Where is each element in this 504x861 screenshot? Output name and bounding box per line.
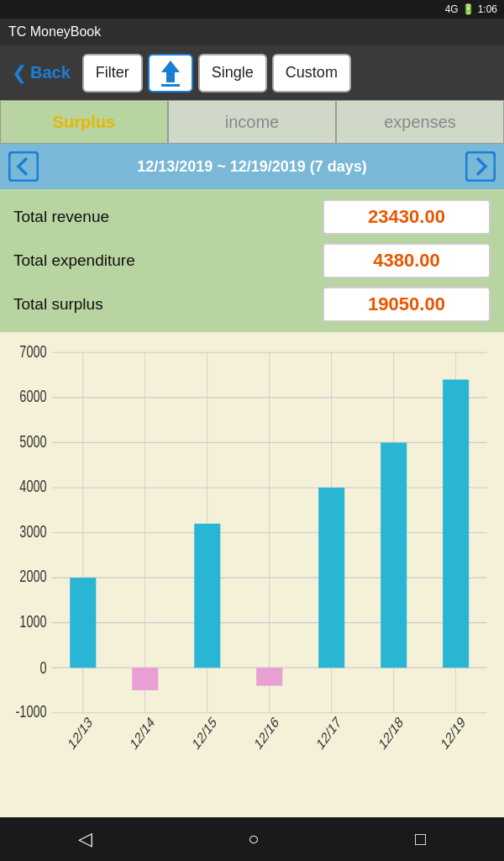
y-label-2000: 2000 <box>19 567 46 586</box>
date-nav: 12/13/2019 ~ 12/19/2019 (7 days) <box>0 144 504 189</box>
left-arrow-icon <box>8 151 39 182</box>
bar-1219 <box>443 379 469 668</box>
x-label-1217: 12/17 <box>314 713 343 753</box>
svg-rect-1 <box>161 84 180 87</box>
chart-area: .grid-line { stroke: #ccc; stroke-width:… <box>0 332 504 817</box>
y-label-0: 0 <box>40 658 47 677</box>
expenditure-row: Total expenditure 4380.00 <box>13 243 491 278</box>
y-label-7000: 7000 <box>19 342 46 362</box>
tab-income[interactable]: income <box>168 100 336 144</box>
x-label-1216: 12/16 <box>252 713 281 753</box>
svg-rect-3 <box>466 152 495 181</box>
surplus-value: 19050.00 <box>323 287 491 322</box>
x-label-1213: 12/13 <box>66 713 94 753</box>
android-recents-button[interactable]: □ <box>415 828 426 850</box>
tab-surplus[interactable]: Surplus <box>0 100 168 144</box>
time-display: 1:06 <box>478 3 497 15</box>
filter-button[interactable]: Filter <box>82 54 143 92</box>
y-label-1000: 1000 <box>19 612 46 631</box>
x-label-1218: 12/18 <box>376 713 405 753</box>
back-chevron-icon: ❮ <box>12 62 27 84</box>
x-label-1214: 12/14 <box>128 713 156 753</box>
revenue-value: 23430.00 <box>323 199 491 235</box>
svg-rect-2 <box>9 152 38 181</box>
y-label-6000: 6000 <box>19 387 46 406</box>
upload-button[interactable] <box>148 54 193 92</box>
custom-button[interactable]: Custom <box>272 54 351 92</box>
single-button[interactable]: Single <box>198 54 267 92</box>
app-title: TC MoneyBook <box>8 24 101 40</box>
tab-expenses[interactable]: expenses <box>336 100 504 144</box>
network-indicator: 4G <box>445 3 459 15</box>
y-label-3000: 3000 <box>19 522 46 541</box>
title-bar: TC MoneyBook <box>0 18 504 45</box>
svg-marker-0 <box>161 61 180 82</box>
bar-1216 <box>256 668 282 685</box>
tab-bar: Surplus income expenses <box>0 100 504 144</box>
bar-1215 <box>194 524 220 668</box>
bar-1213 <box>70 578 96 668</box>
back-label: Back <box>30 63 71 82</box>
y-label-4000: 4000 <box>19 477 46 496</box>
summary-section: Total revenue 23430.00 Total expenditure… <box>0 189 504 332</box>
y-label-neg1000: -1000 <box>16 702 47 721</box>
expenditure-value: 4380.00 <box>323 243 491 278</box>
android-back-button[interactable]: ◁ <box>78 828 92 850</box>
revenue-row: Total revenue 23430.00 <box>13 199 491 235</box>
upload-icon <box>158 59 183 87</box>
y-label-5000: 5000 <box>19 432 46 452</box>
right-arrow-icon <box>465 151 496 182</box>
surplus-label: Total surplus <box>13 295 103 314</box>
prev-period-button[interactable] <box>8 151 39 182</box>
battery-icon: 🔋 <box>462 3 475 15</box>
status-bar: 4G 🔋 1:06 <box>0 0 504 18</box>
next-period-button[interactable] <box>465 151 496 182</box>
bottom-nav: ◁ ○ □ <box>0 817 504 861</box>
x-label-1215: 12/15 <box>190 713 218 753</box>
revenue-label: Total revenue <box>13 208 109 226</box>
date-range: 12/13/2019 ~ 12/19/2019 (7 days) <box>137 158 367 176</box>
expenditure-label: Total expenditure <box>13 251 135 270</box>
bar-1218 <box>381 442 407 668</box>
top-nav: ❮ Back Filter Single Custom <box>0 45 504 100</box>
bar-1214 <box>132 668 158 690</box>
x-label-1219: 12/19 <box>438 713 467 753</box>
bar-chart: .grid-line { stroke: #ccc; stroke-width:… <box>8 341 496 809</box>
back-button[interactable]: ❮ Back <box>5 57 77 89</box>
android-home-button[interactable]: ○ <box>248 828 259 850</box>
bar-1217 <box>318 488 344 668</box>
surplus-row: Total surplus 19050.00 <box>13 287 491 322</box>
